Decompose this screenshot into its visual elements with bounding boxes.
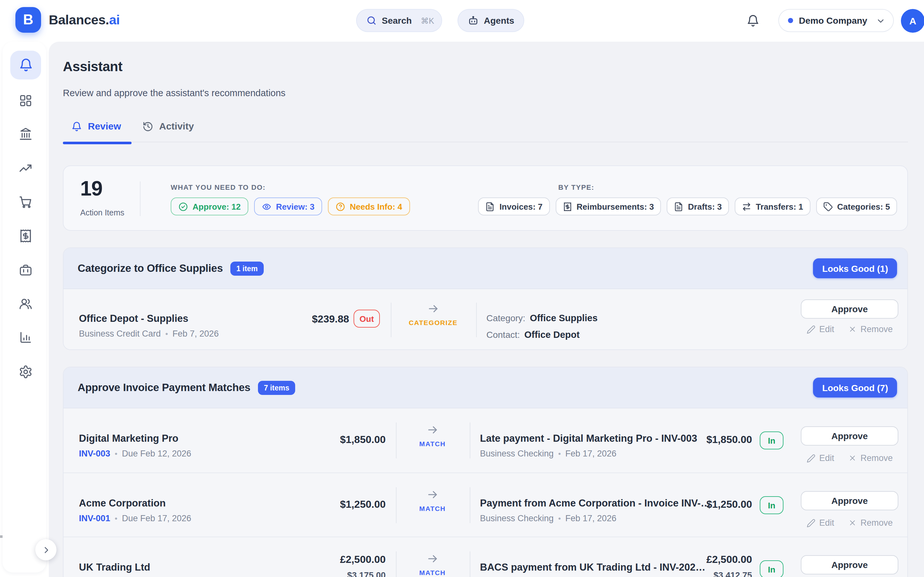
filter-invoices[interactable]: Invoices: 7 <box>478 197 549 215</box>
filter-reimbursements[interactable]: Reimbursements: 3 <box>556 197 661 215</box>
divider <box>391 303 391 337</box>
sidebar-item-notifications[interactable] <box>10 51 41 79</box>
section-categorize: Categorize to Office Supplies 1 item Loo… <box>63 247 908 350</box>
divider <box>476 303 477 337</box>
edit-button[interactable]: Edit <box>806 324 834 334</box>
notifications-bell-icon[interactable] <box>746 14 760 27</box>
direction-badge-out: Out <box>354 309 380 327</box>
agents-label: Agents <box>484 15 514 26</box>
sidebar-expand-button[interactable] <box>35 539 57 560</box>
sidebar-item-dashboard[interactable] <box>19 93 33 108</box>
company-selector[interactable]: Demo Company <box>779 9 893 32</box>
section-header: Categorize to Office Supplies 1 item Loo… <box>63 248 907 289</box>
row-actions: Edit Remove <box>801 518 898 528</box>
filter-categories[interactable]: Categories: 5 <box>816 197 897 215</box>
edit-button[interactable]: Edit <box>806 518 834 528</box>
tab-activity[interactable]: Activity <box>142 121 194 142</box>
approve-button[interactable]: Approve <box>801 491 898 510</box>
brand-logo[interactable]: B Balances.ai <box>15 7 120 33</box>
invoice-link[interactable]: INV-003 <box>79 449 110 458</box>
row-actions: Edit Remove <box>801 453 898 463</box>
filter-review[interactable]: Review: 3 <box>254 197 322 215</box>
transaction-amount: $239.88 <box>256 314 349 325</box>
sidebar-item-trends[interactable] <box>19 161 33 176</box>
item-count-badge: 7 items <box>258 380 295 395</box>
vendor-name: UK Trading Ltd <box>79 562 150 573</box>
payment-subtitle: Business Checking • Feb 17, 2026 <box>480 514 616 523</box>
remove-button[interactable]: Remove <box>848 518 893 528</box>
type-badges: Invoices: 7 Reimbursements: 3 Drafts: 3 … <box>478 197 897 215</box>
search-button[interactable]: Search ⌘K <box>356 9 442 32</box>
receipt-icon <box>562 201 572 211</box>
direction-badge-in: In <box>760 496 783 514</box>
direction-badge-in: In <box>760 560 783 577</box>
remove-button[interactable]: Remove <box>848 324 893 334</box>
invoice-amount: $1,850.00 <box>294 434 386 446</box>
invoice-amount: £2,500.00 <box>294 554 386 566</box>
sidebar-item-reports[interactable] <box>19 330 33 344</box>
summary-card: 19 Action Items WHAT YOU NEED TO DO: App… <box>63 165 908 231</box>
arrow-right-icon <box>426 553 439 565</box>
payment-subtitle: Business Checking • Feb 17, 2026 <box>480 449 616 458</box>
page-subtitle: Review and approve the assistant's recom… <box>63 88 286 98</box>
vendor-name: Digital Marketing Pro <box>79 433 178 444</box>
check-circle-icon <box>178 201 188 211</box>
payment-title: Late payment - Digital Marketing Pro - I… <box>480 433 697 444</box>
search-label: Search <box>382 15 412 26</box>
filter-needs-info[interactable]: Needs Info: 4 <box>328 197 410 215</box>
sidebar-item-banking[interactable] <box>19 127 33 141</box>
sidebar-item-receipts[interactable] <box>19 229 33 243</box>
user-avatar[interactable]: A <box>901 9 924 33</box>
categorize-row: Office Depot - Supplies Business Credit … <box>63 289 907 350</box>
categorize-action: CATEGORIZE <box>395 303 472 326</box>
payment-amount: $1,850.00 <box>673 434 752 446</box>
agents-button[interactable]: Agents <box>457 9 525 32</box>
file-text-icon <box>485 201 495 211</box>
approve-button[interactable]: Approve <box>801 300 898 319</box>
invoice-line: INV-001 • Due Feb 17, 2026 <box>79 514 191 523</box>
sidebar-item-settings[interactable] <box>19 365 33 379</box>
arrow-right-icon <box>426 424 439 436</box>
approve-button[interactable]: Approve <box>801 426 898 446</box>
invoice-amount-converted: $3,175.00 <box>294 571 386 577</box>
divider <box>140 181 141 216</box>
action-items-label: Action Items <box>80 208 124 218</box>
file-icon <box>674 201 683 211</box>
filter-drafts[interactable]: Drafts: 3 <box>667 197 729 215</box>
remove-button[interactable]: Remove <box>848 453 893 463</box>
invoice-link[interactable]: INV-001 <box>79 514 110 523</box>
arrow-right-icon <box>426 488 439 501</box>
payment-amount-converted: $3,412.75 <box>673 571 752 577</box>
looks-good-button[interactable]: Looks Good (7) <box>813 378 897 398</box>
filter-approve[interactable]: Approve: 12 <box>171 197 248 215</box>
section-header: Approve Invoice Payment Matches 7 items … <box>63 367 907 408</box>
approve-button[interactable]: Approve <box>801 555 898 574</box>
company-status-dot <box>788 18 793 23</box>
search-shortcut: ⌘K <box>421 16 434 25</box>
filter-transfers[interactable]: Transfers: 1 <box>735 197 810 215</box>
match-action: MATCH <box>397 488 468 512</box>
pencil-icon <box>806 518 815 527</box>
action-items-count: 19 <box>80 177 102 201</box>
edit-button[interactable]: Edit <box>806 453 834 463</box>
top-header: B Balances.ai Search ⌘K Agents Demo Comp… <box>0 0 924 40</box>
app-window: B Balances.ai Search ⌘K Agents Demo Comp… <box>0 0 924 577</box>
bell-icon <box>71 121 82 132</box>
page-title: Assistant <box>63 59 122 74</box>
tab-review[interactable]: Review <box>63 121 132 142</box>
close-icon <box>848 454 857 462</box>
tab-bar: Review Activity <box>63 121 908 142</box>
todo-badges: Approve: 12 Review: 3 Needs Info: 4 <box>171 197 410 215</box>
section-matches: Approve Invoice Payment Matches 7 items … <box>63 367 908 577</box>
sidebar-item-purchases[interactable] <box>19 195 33 209</box>
looks-good-button[interactable]: Looks Good (1) <box>813 258 897 278</box>
tag-icon <box>823 201 833 211</box>
transaction-subtitle: Business Credit Card • Feb 7, 2026 <box>79 329 219 338</box>
invoice-line: INV-003 • Due Feb 12, 2026 <box>79 449 191 458</box>
divider <box>396 422 397 458</box>
sidebar-item-contacts[interactable] <box>19 297 33 311</box>
match-action: MATCH <box>397 424 468 448</box>
sidebar-item-business[interactable] <box>19 263 33 277</box>
match-row: UK Trading Ltd INV-2024-020 • Due Feb 19… <box>63 537 907 577</box>
pencil-icon <box>806 454 815 463</box>
